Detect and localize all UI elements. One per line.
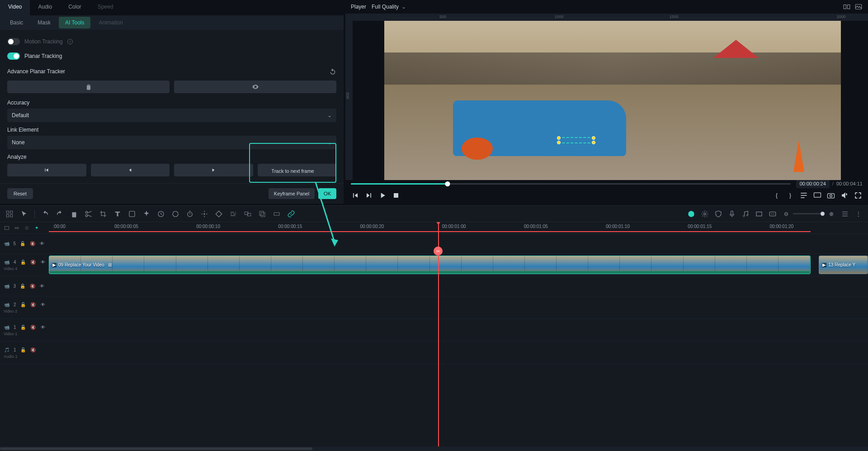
redo-icon[interactable] [56, 210, 64, 218]
list-icon[interactable] [799, 191, 808, 200]
timeline-ruler[interactable]: :00:00 00:00:00:05 00:00:00:10 00:00:00:… [49, 222, 868, 234]
lock-icon[interactable]: 🔓 [20, 302, 26, 308]
eye-icon[interactable]: 👁 [40, 324, 46, 331]
video-track-icon[interactable]: 📹 [4, 283, 10, 290]
gear-icon[interactable] [701, 210, 709, 218]
preview-canvas[interactable] [353, 21, 868, 180]
color-icon[interactable] [171, 210, 179, 218]
scissors-icon[interactable] [85, 210, 93, 218]
eye-icon[interactable]: 👁 [39, 283, 45, 290]
quality-select[interactable]: Full Quality ⌄ [372, 4, 406, 10]
track-lane-4[interactable]: ▶ 09 Replace Your Video ⊞ ▶ 13 Replace Y [49, 254, 868, 276]
zoom-in-icon[interactable]: ⊕ [827, 210, 835, 218]
video-clip-2[interactable]: ▶ 13 Replace Y [819, 256, 868, 274]
fullscreen-icon[interactable] [854, 191, 863, 200]
timeline-scrollbar[interactable] [0, 446, 868, 451]
prev-frame-button[interactable] [351, 191, 360, 200]
track-lane-audio[interactable] [49, 342, 868, 364]
track-lane-2[interactable] [49, 296, 868, 319]
mask-icon[interactable] [128, 210, 136, 218]
delete-icon[interactable] [70, 210, 78, 218]
planar-track-box[interactable] [558, 137, 594, 143]
video-track-icon[interactable]: 📹 [4, 302, 10, 308]
track-lane-3[interactable] [49, 276, 868, 296]
accuracy-select[interactable]: Default ⌄ [7, 109, 336, 122]
mute-icon[interactable]: 🔇 [30, 324, 36, 331]
expand-icon[interactable] [273, 210, 281, 218]
tab-video[interactable]: Video [0, 0, 30, 15]
layers-icon[interactable] [258, 210, 266, 218]
planar-tracking-toggle[interactable] [7, 52, 20, 60]
video-track-icon[interactable]: 📹 [4, 324, 10, 331]
keyframe-icon[interactable] [215, 210, 223, 218]
subtab-aitools[interactable]: AI Tools [59, 17, 90, 28]
track-add-icon[interactable] [4, 225, 10, 231]
mark-out-icon[interactable]: } [786, 191, 795, 200]
more-icon[interactable]: ⋮ [854, 210, 863, 218]
eye-icon[interactable]: 👁 [40, 259, 46, 266]
track-link-icon[interactable] [14, 225, 20, 231]
reset-section-icon[interactable] [329, 68, 336, 75]
music-icon[interactable] [741, 210, 750, 218]
scrollbar-thumb[interactable] [0, 447, 312, 450]
link-icon[interactable] [287, 210, 295, 218]
lock-icon[interactable]: 🔓 [20, 324, 26, 331]
scrub-handle[interactable] [445, 181, 450, 186]
ai-badge-icon[interactable] [687, 210, 695, 218]
lock-icon[interactable]: 🔓 [19, 283, 26, 290]
subtitle-icon[interactable] [769, 210, 777, 218]
effects-icon[interactable] [142, 210, 151, 218]
eye-icon[interactable]: 👁 [40, 302, 46, 308]
scrub-track[interactable] [351, 183, 791, 185]
reset-button[interactable]: Reset [7, 188, 33, 199]
play-button[interactable] [378, 191, 387, 200]
text-icon[interactable] [113, 210, 122, 218]
eye-icon[interactable]: 👁 [39, 241, 45, 247]
camera-icon[interactable] [826, 191, 835, 200]
target-icon[interactable] [200, 210, 208, 218]
motion-tracking-toggle[interactable] [7, 38, 20, 45]
crop-icon[interactable] [99, 210, 107, 218]
track-lane-5[interactable] [49, 234, 868, 254]
video-clip-1[interactable]: ▶ 09 Replace Your Video ⊞ [49, 256, 811, 274]
tab-color[interactable]: Color [60, 0, 90, 15]
tab-audio[interactable]: Audio [30, 0, 60, 15]
marker-icon[interactable] [755, 210, 763, 218]
group-icon[interactable] [244, 210, 252, 218]
mute-icon[interactable]: 🔇 [30, 302, 36, 308]
delete-tracker-button[interactable] [7, 81, 170, 93]
timeline-content[interactable]: :00:00 00:00:00:05 00:00:00:10 00:00:00:… [49, 222, 868, 446]
view-list-icon[interactable] [841, 210, 849, 218]
snapshot-icon[interactable] [854, 3, 863, 11]
mute-icon[interactable]: 🔇 [29, 283, 36, 290]
compare-icon[interactable] [843, 3, 851, 11]
mark-in-icon[interactable]: { [772, 191, 781, 200]
lock-icon[interactable]: 🔓 [20, 347, 26, 353]
adjust-icon[interactable] [229, 210, 237, 218]
zoom-slider[interactable] [793, 213, 825, 214]
mute-icon[interactable]: 🔇 [30, 259, 36, 266]
speed-icon[interactable] [157, 210, 165, 218]
track-ai-icon[interactable]: ✦ [33, 225, 40, 231]
select-tool-icon[interactable] [5, 210, 14, 218]
cursor-tool-icon[interactable] [20, 210, 28, 218]
view-tracker-button[interactable] [174, 81, 336, 93]
ok-button[interactable]: OK [318, 188, 336, 199]
lock-icon[interactable]: 🔓 [20, 259, 26, 266]
mute-icon[interactable]: 🔇 [29, 241, 36, 247]
display-icon[interactable] [813, 191, 822, 200]
track-backward-button[interactable] [91, 164, 170, 176]
split-scissor-icon[interactable]: ✂ [434, 247, 443, 256]
undo-icon[interactable] [41, 210, 49, 218]
video-track-icon[interactable]: 📹 [4, 241, 10, 247]
track-backward-all-button[interactable] [7, 164, 86, 176]
timer-icon[interactable] [186, 210, 194, 218]
track-next-frame-button[interactable] [258, 164, 337, 176]
lock-icon[interactable]: 🔓 [19, 241, 26, 247]
track-magnet-icon[interactable]: ⊞ [24, 225, 30, 231]
playhead[interactable]: ✂ [438, 222, 439, 446]
link-element-select[interactable]: None ⌄ [7, 136, 336, 149]
zoom-out-icon[interactable]: ⊖ [782, 210, 790, 218]
mic-icon[interactable] [728, 210, 736, 218]
shield-icon[interactable] [714, 210, 722, 218]
